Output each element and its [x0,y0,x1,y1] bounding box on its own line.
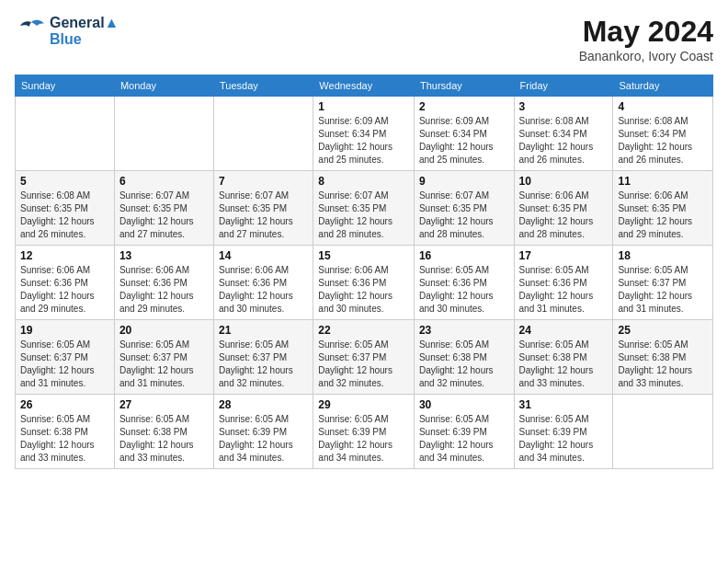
day-number: 19 [20,324,109,337]
calendar-cell: 25Sunrise: 6:05 AM Sunset: 6:38 PM Dayli… [613,320,713,395]
day-info: Sunrise: 6:05 AM Sunset: 6:36 PM Dayligh… [519,264,609,316]
day-number: 21 [219,324,308,337]
day-info: Sunrise: 6:07 AM Sunset: 6:35 PM Dayligh… [219,190,308,241]
page-header: General▲ Blue May 2024 Banankoro, Ivory … [15,15,713,63]
calendar-cell: 23Sunrise: 6:05 AM Sunset: 6:38 PM Dayli… [414,320,514,395]
location-subtitle: Banankoro, Ivory Coast [579,49,713,63]
day-info: Sunrise: 6:05 AM Sunset: 6:38 PM Dayligh… [20,413,109,465]
calendar-cell: 7Sunrise: 6:07 AM Sunset: 6:35 PM Daylig… [214,171,313,246]
title-block: May 2024 Banankoro, Ivory Coast [579,15,713,63]
day-number: 25 [618,324,708,337]
day-number: 11 [618,175,708,188]
calendar-cell: 6Sunrise: 6:07 AM Sunset: 6:35 PM Daylig… [114,171,213,246]
day-info: Sunrise: 6:06 AM Sunset: 6:36 PM Dayligh… [20,264,109,316]
day-info: Sunrise: 6:05 AM Sunset: 6:39 PM Dayligh… [219,413,308,465]
calendar-cell: 31Sunrise: 6:05 AM Sunset: 6:39 PM Dayli… [514,395,613,469]
calendar-cell: 1Sunrise: 6:09 AM Sunset: 6:34 PM Daylig… [313,97,415,171]
calendar-cell: 3Sunrise: 6:08 AM Sunset: 6:34 PM Daylig… [514,97,613,171]
calendar-week-1: 1Sunrise: 6:09 AM Sunset: 6:34 PM Daylig… [16,97,713,171]
day-number: 13 [119,249,209,262]
day-info: Sunrise: 6:05 AM Sunset: 6:39 PM Dayligh… [419,413,509,465]
calendar-cell: 30Sunrise: 6:05 AM Sunset: 6:39 PM Dayli… [414,395,514,469]
day-info: Sunrise: 6:08 AM Sunset: 6:34 PM Dayligh… [519,115,609,167]
weekday-header-sunday: Sunday [16,75,115,97]
calendar-cell: 10Sunrise: 6:06 AM Sunset: 6:35 PM Dayli… [514,171,613,246]
day-number: 26 [20,398,109,411]
day-number: 5 [20,175,109,188]
calendar-cell: 20Sunrise: 6:05 AM Sunset: 6:37 PM Dayli… [114,320,213,395]
calendar-cell: 9Sunrise: 6:07 AM Sunset: 6:35 PM Daylig… [414,171,514,246]
day-number: 4 [618,100,708,113]
day-info: Sunrise: 6:08 AM Sunset: 6:34 PM Dayligh… [618,115,708,167]
day-info: Sunrise: 6:05 AM Sunset: 6:37 PM Dayligh… [20,339,109,390]
day-info: Sunrise: 6:08 AM Sunset: 6:35 PM Dayligh… [20,190,109,241]
calendar-body: 1Sunrise: 6:09 AM Sunset: 6:34 PM Daylig… [16,97,713,469]
weekday-header-monday: Monday [114,75,213,97]
day-info: Sunrise: 6:05 AM Sunset: 6:39 PM Dayligh… [318,413,409,465]
day-info: Sunrise: 6:05 AM Sunset: 6:37 PM Dayligh… [219,339,308,390]
day-info: Sunrise: 6:06 AM Sunset: 6:35 PM Dayligh… [618,190,708,241]
calendar-week-5: 26Sunrise: 6:05 AM Sunset: 6:38 PM Dayli… [16,395,713,469]
day-number: 14 [219,249,308,262]
calendar-cell [214,97,313,171]
calendar-cell: 13Sunrise: 6:06 AM Sunset: 6:36 PM Dayli… [114,246,213,320]
day-number: 17 [519,249,609,262]
day-number: 18 [618,249,708,262]
day-info: Sunrise: 6:05 AM Sunset: 6:39 PM Dayligh… [519,413,609,465]
day-number: 20 [119,324,209,337]
day-number: 23 [419,324,509,337]
day-info: Sunrise: 6:05 AM Sunset: 6:37 PM Dayligh… [119,339,209,390]
calendar-cell: 18Sunrise: 6:05 AM Sunset: 6:37 PM Dayli… [613,246,713,320]
day-number: 27 [119,398,209,411]
logo-subtext: Blue [50,31,119,48]
day-number: 1 [318,100,409,113]
calendar-cell: 16Sunrise: 6:05 AM Sunset: 6:36 PM Dayli… [414,246,514,320]
weekday-header-row: SundayMondayTuesdayWednesdayThursdayFrid… [16,75,713,97]
calendar-cell: 12Sunrise: 6:06 AM Sunset: 6:36 PM Dayli… [16,246,115,320]
calendar-cell: 2Sunrise: 6:09 AM Sunset: 6:34 PM Daylig… [414,97,514,171]
day-number: 7 [219,175,308,188]
calendar-cell: 15Sunrise: 6:06 AM Sunset: 6:36 PM Dayli… [313,246,415,320]
weekday-header-tuesday: Tuesday [214,75,313,97]
day-info: Sunrise: 6:05 AM Sunset: 6:38 PM Dayligh… [618,339,708,390]
calendar-cell [16,97,115,171]
day-number: 12 [20,249,109,262]
calendar-cell: 26Sunrise: 6:05 AM Sunset: 6:38 PM Dayli… [16,395,115,469]
calendar-cell [613,395,713,469]
day-number: 22 [318,324,409,337]
day-info: Sunrise: 6:05 AM Sunset: 6:37 PM Dayligh… [618,264,708,316]
calendar-cell: 27Sunrise: 6:05 AM Sunset: 6:38 PM Dayli… [114,395,213,469]
day-info: Sunrise: 6:07 AM Sunset: 6:35 PM Dayligh… [318,190,409,241]
day-number: 10 [519,175,609,188]
month-year-title: May 2024 [579,15,713,49]
calendar-week-4: 19Sunrise: 6:05 AM Sunset: 6:37 PM Dayli… [16,320,713,395]
calendar-cell: 4Sunrise: 6:08 AM Sunset: 6:34 PM Daylig… [613,97,713,171]
calendar-cell: 14Sunrise: 6:06 AM Sunset: 6:36 PM Dayli… [214,246,313,320]
day-info: Sunrise: 6:06 AM Sunset: 6:36 PM Dayligh… [119,264,209,316]
calendar-cell: 5Sunrise: 6:08 AM Sunset: 6:35 PM Daylig… [16,171,115,246]
day-info: Sunrise: 6:05 AM Sunset: 6:36 PM Dayligh… [419,264,509,316]
calendar-cell: 17Sunrise: 6:05 AM Sunset: 6:36 PM Dayli… [514,246,613,320]
weekday-header-friday: Friday [514,75,613,97]
day-info: Sunrise: 6:06 AM Sunset: 6:36 PM Dayligh… [219,264,308,316]
day-number: 28 [219,398,308,411]
calendar-cell: 8Sunrise: 6:07 AM Sunset: 6:35 PM Daylig… [313,171,415,246]
weekday-header-wednesday: Wednesday [313,75,415,97]
calendar-table: SundayMondayTuesdayWednesdayThursdayFrid… [15,75,713,469]
day-number: 6 [119,175,209,188]
day-info: Sunrise: 6:09 AM Sunset: 6:34 PM Dayligh… [419,115,509,167]
day-number: 16 [419,249,509,262]
day-number: 2 [419,100,509,113]
weekday-header-thursday: Thursday [414,75,514,97]
day-info: Sunrise: 6:05 AM Sunset: 6:38 PM Dayligh… [119,413,209,465]
calendar-cell: 28Sunrise: 6:05 AM Sunset: 6:39 PM Dayli… [214,395,313,469]
day-number: 24 [519,324,609,337]
calendar-week-3: 12Sunrise: 6:06 AM Sunset: 6:36 PM Dayli… [16,246,713,320]
day-number: 31 [519,398,609,411]
day-info: Sunrise: 6:07 AM Sunset: 6:35 PM Dayligh… [419,190,509,241]
logo-text: General▲ [50,15,119,31]
day-info: Sunrise: 6:09 AM Sunset: 6:34 PM Dayligh… [318,115,409,167]
logo: General▲ Blue [15,15,119,48]
calendar-cell: 29Sunrise: 6:05 AM Sunset: 6:39 PM Dayli… [313,395,415,469]
day-number: 15 [318,249,409,262]
